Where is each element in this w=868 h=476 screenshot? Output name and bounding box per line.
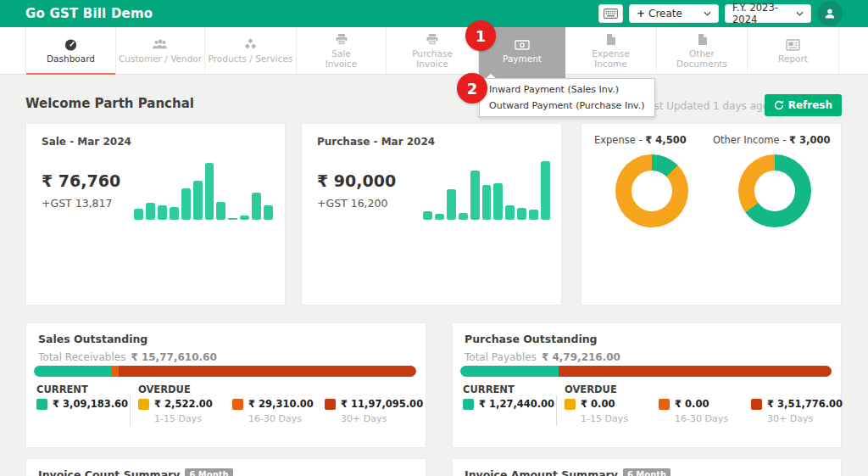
legend-overdue-30plus: ₹ 3,51,776.0030+ Days (751, 398, 843, 424)
legend-overdue-16-30: ₹ 0.0016-30 Days (659, 398, 728, 424)
purchase-gst: +GST 16,200 (317, 197, 387, 210)
legend-overdue-1-15: ₹ 0.001-15 Days (565, 398, 628, 424)
six-month-badge: 6 Month (185, 468, 232, 476)
legend-overdue-16-30: ₹ 29,310.0016-30 Days (232, 398, 314, 424)
tab-customer-vendor[interactable]: Customer / Vendor (116, 27, 205, 75)
overdue-30plus-color-swatch (751, 399, 762, 410)
sale-summary-card: Sale - Mar 2024 ₹ 76,760 +GST 13,817 (25, 123, 286, 305)
app-header: Go GST Bill Demo +Create F.Y. 2023-2024 (0, 0, 868, 27)
user-icon (823, 7, 837, 20)
purchase-summary-card: Purchase - Mar 2024 ₹ 90,000 +GST 16,200 (301, 123, 562, 305)
tab-label: Sale Invoice (326, 48, 358, 69)
current-color-swatch (463, 399, 474, 410)
sale-bar-chart (134, 163, 273, 220)
overdue-header: OVERDUE (138, 384, 191, 395)
current-color-swatch (36, 399, 47, 410)
expense-income-icon (604, 33, 617, 46)
keyboard-icon (604, 6, 618, 22)
purchase-outstanding-card: Purchase Outstanding Total Payables₹ 4,7… (452, 322, 842, 448)
keyboard-shortcuts-button[interactable] (598, 4, 623, 23)
legend-divider (130, 395, 131, 426)
other-income-amount: ₹ 3,000 (789, 134, 830, 146)
overdue-16-30-color-swatch (232, 399, 243, 410)
tab-other-documents[interactable]: Other Documents (657, 27, 748, 75)
refresh-button[interactable]: Refresh (765, 94, 842, 116)
sale-amount: ₹ 76,760 (42, 171, 120, 190)
card-title: Sale - Mar 2024 (42, 136, 131, 148)
tab-sale-invoice[interactable]: Sale Invoice (297, 27, 387, 75)
tab-label: Products / Services (209, 53, 293, 64)
other-documents-icon (696, 33, 709, 46)
dashboard-icon (64, 38, 78, 51)
tab-label: Report (778, 53, 808, 64)
sale-gst: +GST 13,817 (42, 197, 112, 210)
card-title: Purchase - Mar 2024 (317, 136, 435, 148)
expense-title: Expense - ₹ 4,500 (594, 134, 713, 146)
other-income-title: Other Income - ₹ 3,000 (713, 134, 836, 146)
tab-label: Payment (503, 53, 542, 64)
create-label: Create (648, 8, 682, 20)
report-icon (786, 39, 800, 51)
overdue-16-30-color-swatch (659, 399, 670, 410)
tab-label: Purchase Invoice (412, 48, 453, 69)
legend-divider (556, 395, 557, 426)
total-receivables: Total Receivables₹ 15,77,610.60 (38, 351, 217, 363)
total-payables-value: ₹ 4,79,216.00 (542, 351, 620, 363)
header-controls: +Create F.Y. 2023-2024 (598, 0, 843, 27)
current-header: CURRENT (36, 384, 88, 395)
app-title: Go GST Bill Demo (25, 6, 153, 21)
chevron-down-icon (796, 11, 804, 16)
financial-year-select[interactable]: F.Y. 2023-2024 (725, 4, 811, 23)
card-title: Invoice Amount Summary6 Month (465, 468, 670, 476)
invoice-amount-summary-card: Invoice Amount Summary6 Month (452, 458, 842, 476)
overdue-30plus-color-swatch (325, 399, 336, 410)
expense-income-card: Expense - ₹ 4,500 Other Income - ₹ 3,000 (581, 123, 842, 305)
total-payables: Total Payables₹ 4,79,216.00 (465, 351, 620, 363)
tab-report[interactable]: Report (748, 27, 839, 75)
menu-item-inward-payment[interactable]: Inward Payment (Sales Inv.) (480, 81, 654, 98)
six-month-badge: 6 Month (623, 468, 670, 476)
legend-current: ₹ 3,09,183.60 (36, 398, 128, 410)
legend-overdue-30plus: ₹ 11,97,095.0030+ Days (325, 398, 423, 424)
go-gst-bill-dashboard: Go GST Bill Demo +Create F.Y. 2023-2024 (0, 0, 868, 476)
user-avatar-button[interactable] (817, 1, 843, 26)
expense-amount: ₹ 4,500 (645, 134, 686, 146)
create-dropdown-button[interactable]: +Create (629, 4, 719, 23)
tab-expense-income[interactable]: Expense Income (565, 27, 657, 75)
card-title: Invoice Count Summary6 Month (38, 468, 233, 476)
card-title: Purchase Outstanding (465, 333, 598, 345)
expense-donut-chart (615, 154, 688, 227)
sales-outstanding-card: Sales Outstanding Total Receivables₹ 15,… (25, 322, 426, 448)
sale-invoice-icon (335, 33, 348, 46)
purchase-invoice-icon (426, 33, 439, 46)
tab-label: Dashboard (47, 53, 95, 64)
tab-label: Expense Income (592, 48, 630, 69)
overdue-header: OVERDUE (565, 384, 617, 395)
tab-label: Customer / Vendor (119, 53, 202, 64)
payment-dropdown-menu: Inward Payment (Sales Inv.) Outward Paym… (479, 78, 655, 117)
fy-value: F.Y. 2023-2024 (732, 2, 796, 25)
card-title: Sales Outstanding (38, 333, 147, 345)
customers-icon (153, 38, 168, 51)
purchase-outstanding-bar (460, 366, 832, 377)
chevron-down-icon (704, 11, 711, 16)
other-income-donut-chart (738, 154, 811, 227)
menu-item-outward-payment[interactable]: Outward Payment (Purchase Inv.) (480, 98, 654, 114)
page-title: Welcome Parth Panchal (25, 96, 194, 111)
main-nav: Dashboard Customer / Vendor Products / S… (0, 27, 868, 75)
annotation-step-1: 1 (465, 20, 496, 51)
other-income-donut-group: Other Income - ₹ 3,000 (713, 134, 836, 227)
legend-overdue-1-15: ₹ 2,522.001-15 Days (138, 398, 213, 424)
annotation-step-2: 2 (457, 73, 487, 104)
plus-icon: + (637, 8, 645, 20)
payment-icon (515, 39, 530, 51)
tab-label: Other Documents (676, 48, 727, 69)
tab-dashboard[interactable]: Dashboard (25, 27, 116, 75)
tab-products-services[interactable]: Products / Services (205, 27, 297, 75)
last-updated-text: Last Updated 1 days ago (642, 100, 769, 112)
purchase-bar-chart (423, 161, 550, 220)
overdue-1-15-color-swatch (565, 399, 576, 410)
legend-current: ₹ 1,27,440.00 (463, 398, 554, 410)
purchase-amount: ₹ 90,000 (317, 171, 396, 190)
current-header: CURRENT (463, 384, 515, 395)
